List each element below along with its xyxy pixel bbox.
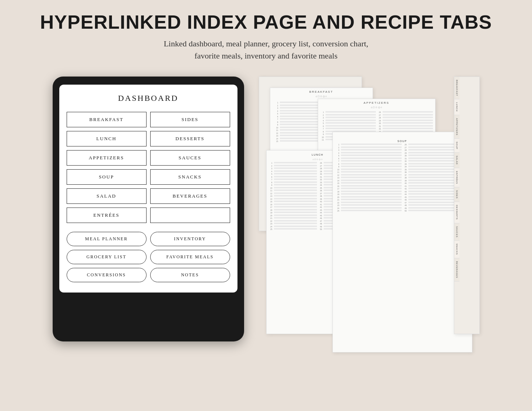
tab-sides: SIDES bbox=[454, 187, 459, 202]
tab-beverages: BEVERAGES bbox=[454, 258, 459, 281]
btn-appetizers[interactable]: APPETIZERS bbox=[67, 150, 147, 166]
tab-appetizers: APPETIZERS bbox=[454, 115, 459, 139]
btn-meal-planner[interactable]: MEAL PLANNER bbox=[67, 232, 147, 246]
tab-salad: SALAD bbox=[454, 153, 459, 168]
btn-grocery-list[interactable]: GROCERY LIST bbox=[67, 250, 147, 264]
btn-favorite-meals[interactable]: FAVORITE MEALS bbox=[150, 250, 230, 264]
btn-entrees[interactable]: ENTRÉES bbox=[67, 208, 147, 223]
btn-soup[interactable]: SOUP bbox=[67, 169, 147, 185]
dashboard-title: DASHBOARD bbox=[67, 93, 230, 103]
btn-empty bbox=[150, 208, 230, 223]
appetizers-header: APPETIZERS bbox=[318, 99, 435, 105]
btn-sides[interactable]: SIDES bbox=[150, 112, 230, 127]
tab-snacks: SNACKS bbox=[454, 241, 459, 258]
page-soup: ⌂ □ ☆ ◇ ○ SOUP 1 2 3 4 5 6 7 8 9 10 11 bbox=[332, 132, 472, 352]
page-tabs: BREAKFAST LUNCH APPETIZERS SOUP SALAD EN… bbox=[454, 77, 480, 334]
tab-desserts: DESSERTS bbox=[454, 202, 459, 223]
appetizers-icons: ⌂ □ ☆ ◇ ○ bbox=[318, 105, 435, 110]
btn-breakfast[interactable]: BREAKFAST bbox=[67, 112, 147, 127]
soup-icons: ⌂ □ ☆ ◇ ○ bbox=[336, 134, 469, 138]
btn-snacks[interactable]: SNACKS bbox=[150, 169, 230, 185]
btn-desserts[interactable]: DESSERTS bbox=[150, 131, 230, 146]
tab-soup: SOUP bbox=[454, 139, 459, 153]
btn-conversions[interactable]: CONVERSIONS bbox=[67, 268, 147, 282]
menu-grid: BREAKFAST SIDES LUNCH DESSERTS APPETIZER… bbox=[67, 112, 230, 223]
tablet-device: DASHBOARD BREAKFAST SIDES LUNCH DESSERTS… bbox=[53, 77, 244, 341]
tablet-screen: DASHBOARD BREAKFAST SIDES LUNCH DESSERTS… bbox=[59, 85, 237, 293]
tab-entrees: ENTRÉES bbox=[454, 168, 459, 187]
tab-breakfast: BREAKFAST bbox=[454, 77, 459, 99]
soup-content: 1 2 3 4 5 6 7 8 9 10 11 12 13 14 bbox=[336, 144, 469, 213]
content-row: DASHBOARD BREAKFAST SIDES LUNCH DESSERTS… bbox=[15, 77, 517, 352]
bottom-grid: MEAL PLANNER INVENTORY GROCERY LIST FAVO… bbox=[67, 232, 230, 282]
btn-beverages[interactable]: BEVERAGES bbox=[150, 188, 230, 204]
tab-lunch: LUNCH bbox=[454, 99, 459, 115]
btn-salad[interactable]: SALAD bbox=[67, 188, 147, 204]
btn-inventory[interactable]: INVENTORY bbox=[150, 232, 230, 246]
soup-header: SOUP bbox=[336, 138, 469, 144]
btn-sauces[interactable]: SAUCES bbox=[150, 150, 230, 166]
page-subtitle: Linked dashboard, meal planner, grocery … bbox=[164, 38, 369, 62]
recipe-pages-display: BREAKFAST ⌂ □ ☆ ◇ ○ 1 2 3 4 5 6 7 8 9 10 bbox=[259, 77, 480, 352]
breakfast-header: BREAKFAST bbox=[270, 88, 373, 94]
btn-lunch[interactable]: LUNCH bbox=[67, 131, 147, 146]
btn-notes[interactable]: NOTES bbox=[150, 268, 230, 282]
page-title: HYPERLINKED INDEX PAGE AND RECIPE TABS bbox=[40, 11, 492, 33]
tab-sauces: SAUCES bbox=[454, 223, 459, 241]
